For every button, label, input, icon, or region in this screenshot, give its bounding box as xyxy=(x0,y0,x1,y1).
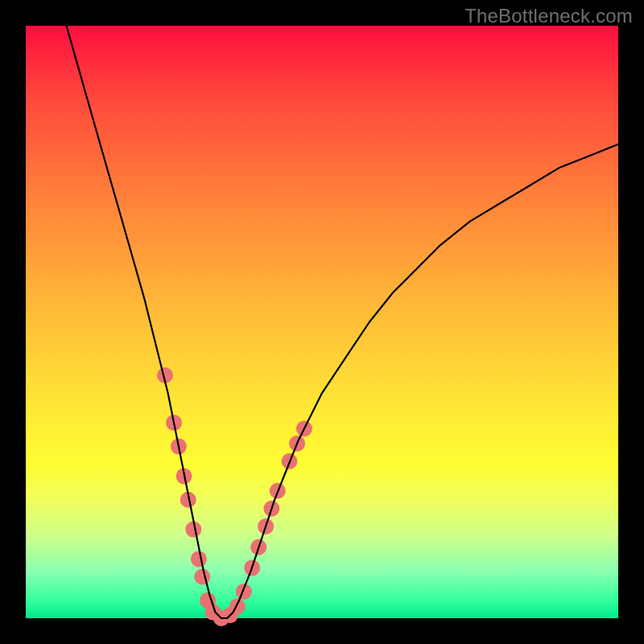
chart-area xyxy=(26,26,618,618)
curve-marker xyxy=(191,551,207,567)
watermark-text: TheBottleneck.com xyxy=(464,5,633,27)
bottleneck-plot xyxy=(26,26,618,618)
curve-marker xyxy=(229,598,246,614)
curve-marker xyxy=(236,584,252,600)
curve-markers xyxy=(157,367,312,626)
curve-marker xyxy=(194,569,210,585)
bottleneck-curve xyxy=(61,8,618,618)
